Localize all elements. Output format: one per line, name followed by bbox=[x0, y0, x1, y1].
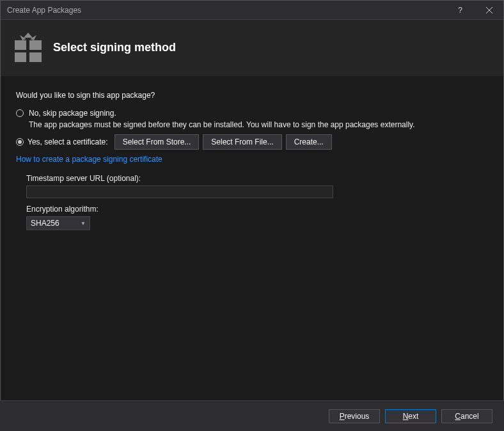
select-from-store-button[interactable]: Select From Store... bbox=[114, 134, 200, 150]
chevron-down-icon: ▼ bbox=[81, 221, 86, 226]
wizard-footer: Previous Next Cancel bbox=[0, 400, 504, 431]
page-title: Select signing method bbox=[53, 41, 176, 54]
encryption-label: Encryption algorithm: bbox=[26, 205, 488, 214]
previous-button[interactable]: Previous bbox=[329, 409, 380, 423]
option-skip-description: The app packages must be signed before t… bbox=[29, 120, 488, 129]
encryption-combo[interactable]: SHA256 ▼ bbox=[26, 216, 90, 230]
cancel-button[interactable]: Cancel bbox=[441, 409, 492, 423]
timestamp-input[interactable] bbox=[26, 185, 333, 198]
timestamp-field-block: Timestamp server URL (optional): bbox=[26, 174, 488, 198]
svg-rect-7 bbox=[15, 52, 26, 62]
svg-rect-5 bbox=[15, 40, 26, 50]
help-icon: ? bbox=[458, 6, 462, 15]
timestamp-label: Timestamp server URL (optional): bbox=[26, 174, 488, 183]
next-label-rest: ext bbox=[408, 412, 418, 421]
content-area: Would you like to sign this app package?… bbox=[1, 77, 503, 399]
wizard-header: Select signing method bbox=[1, 20, 503, 77]
option-skip-row[interactable]: No, skip package signing. bbox=[16, 109, 488, 118]
prompt-text: Would you like to sign this app package? bbox=[16, 91, 488, 100]
radio-cert[interactable] bbox=[16, 138, 24, 146]
titlebar: Create App Packages ? bbox=[1, 1, 503, 20]
next-button[interactable]: Next bbox=[385, 409, 436, 423]
previous-label-rest: revious bbox=[345, 412, 370, 421]
package-icon bbox=[15, 33, 42, 62]
cancel-label-rest: ancel bbox=[461, 412, 479, 421]
select-from-file-button[interactable]: Select From File... bbox=[203, 134, 281, 150]
close-button[interactable] bbox=[475, 1, 503, 20]
help-button[interactable]: ? bbox=[446, 1, 475, 20]
svg-rect-6 bbox=[29, 40, 42, 50]
encryption-value: SHA256 bbox=[31, 219, 59, 228]
window-title: Create App Packages bbox=[7, 6, 446, 15]
option-cert-row: Yes, select a certificate: Select From S… bbox=[16, 134, 488, 150]
encryption-field-block: Encryption algorithm: SHA256 ▼ bbox=[26, 205, 488, 230]
radio-skip[interactable] bbox=[16, 109, 24, 117]
option-skip-label: No, skip package signing. bbox=[29, 109, 116, 118]
svg-marker-2 bbox=[24, 33, 33, 38]
create-cert-button[interactable]: Create... bbox=[286, 134, 332, 150]
svg-rect-8 bbox=[29, 52, 42, 62]
help-link-certificate[interactable]: How to create a package signing certific… bbox=[16, 155, 162, 164]
close-icon bbox=[486, 7, 492, 13]
option-cert-label: Yes, select a certificate: bbox=[28, 137, 108, 146]
